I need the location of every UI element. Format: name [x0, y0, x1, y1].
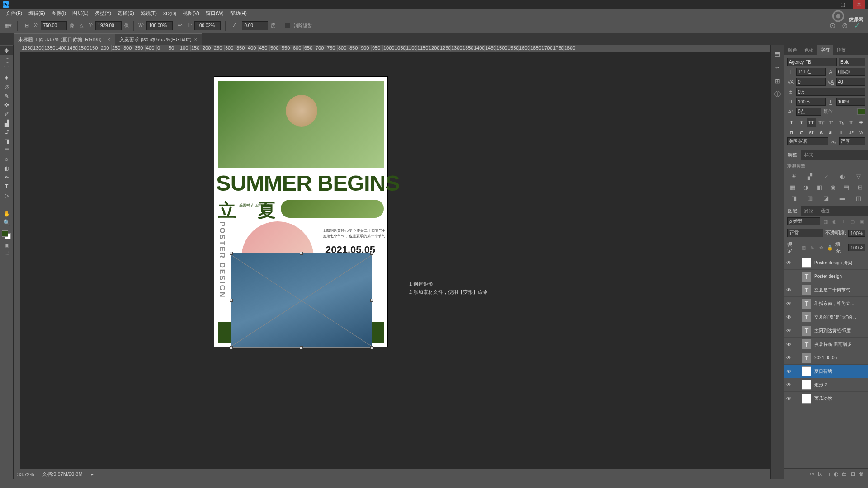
italic-button[interactable]: T — [797, 118, 806, 127]
visibility-toggle[interactable]: 👁 — [786, 355, 793, 361]
new-layer-icon[interactable]: ⊡ — [851, 471, 855, 477]
tab-layers[interactable]: 图层 — [784, 206, 801, 216]
move-tool[interactable]: ✥ — [0, 46, 13, 55]
type-tool[interactable]: T — [0, 182, 13, 191]
h-input[interactable] — [194, 21, 221, 30]
layer-thumbnail[interactable]: T — [802, 272, 811, 282]
shape-tool[interactable]: ▭ — [0, 200, 13, 209]
clone-panel-icon[interactable]: ⊞ — [774, 77, 782, 85]
transform-bounding-box[interactable] — [231, 253, 372, 348]
ligature-button[interactable]: fi — [788, 128, 796, 136]
close-tab-icon[interactable]: × — [194, 37, 197, 42]
gradient-tool[interactable]: ▤ — [0, 145, 13, 155]
tab-adjustments[interactable]: 调整 — [784, 150, 801, 160]
layer-filter-kind[interactable]: ρ 类型 — [787, 217, 820, 225]
font-size-input[interactable]: 141 点 — [796, 68, 826, 76]
layer-name[interactable]: 立夏的"夏"是"大"的... — [814, 314, 856, 320]
zoom-level[interactable]: 33.72% — [17, 472, 34, 477]
reference-point-icon[interactable]: ⊞ — [22, 21, 31, 30]
ruler-vertical[interactable] — [14, 52, 21, 479]
selectivecolor-icon[interactable]: ◫ — [854, 194, 863, 202]
menu-type[interactable]: 类型(Y) — [92, 10, 115, 17]
layer-name[interactable]: 2021.05.05 — [814, 355, 837, 360]
visibility-toggle[interactable]: 👁 — [786, 328, 793, 334]
handle-tl[interactable] — [230, 252, 233, 255]
tab-color[interactable]: 颜色 — [784, 45, 801, 55]
dodge-tool[interactable]: ◐ — [0, 164, 13, 173]
handle-br[interactable] — [370, 346, 373, 349]
vibrance-icon[interactable]: ▽ — [854, 172, 863, 180]
menu-image[interactable]: 图像(I) — [48, 10, 69, 17]
ruler-origin[interactable] — [14, 45, 21, 52]
slashed-zero-button[interactable]: ½ — [857, 128, 865, 136]
menu-layer[interactable]: 图层(L) — [69, 10, 91, 17]
layer-thumbnail[interactable]: T — [802, 299, 811, 309]
doc-tab-1[interactable]: 未标题-1 @ 33.7% (夏日荷塘, RGB/8) *× — [14, 33, 115, 45]
blur-tool[interactable]: ○ — [0, 155, 13, 164]
visibility-toggle[interactable]: 👁 — [786, 382, 793, 388]
layer-row[interactable]: 👁T斗指东南，维为立... — [784, 297, 868, 310]
screenmode-icon[interactable]: ⬚ — [0, 249, 13, 256]
filter-smart-icon[interactable]: ▣ — [858, 218, 865, 225]
layer-list[interactable]: 👁Poster design 拷贝TPoster design👁T立夏是二十四节… — [784, 256, 868, 468]
marquee-tool[interactable]: ⬚ — [0, 55, 13, 64]
minimize-button[interactable]: ─ — [820, 0, 833, 9]
warp-icon[interactable]: ⊙ — [830, 21, 835, 30]
channelmixer-icon[interactable]: ▤ — [842, 183, 850, 191]
layer-row[interactable]: 👁T2021.05.05 — [784, 351, 868, 365]
transform-tool-icon[interactable]: ▦▾ — [4, 21, 13, 30]
stamp-tool[interactable]: ▟ — [0, 118, 13, 127]
adjustment-layer-icon[interactable]: ◐ — [834, 471, 838, 477]
posterize-icon[interactable]: ▥ — [806, 194, 814, 202]
layer-name[interactable]: 夏日荷塘 — [814, 368, 832, 375]
titling-button[interactable]: A — [817, 128, 826, 136]
layer-thumbnail[interactable]: T — [802, 353, 811, 363]
link-layers-icon[interactable]: ⚯ — [810, 471, 814, 477]
font-style-select[interactable]: Bold — [839, 58, 865, 66]
info-panel-icon[interactable]: ⓘ — [774, 90, 782, 99]
threshold-icon[interactable]: ◪ — [822, 194, 830, 202]
tab-paths[interactable]: 路径 — [801, 206, 817, 216]
menu-help[interactable]: 帮助(H) — [227, 10, 250, 17]
font-family-select[interactable]: Agency FB — [787, 58, 837, 66]
visibility-toggle[interactable]: 👁 — [786, 395, 793, 402]
menu-window[interactable]: 窗口(W) — [203, 10, 227, 17]
close-tab-icon[interactable]: × — [108, 37, 110, 42]
strike-button[interactable]: T — [857, 118, 865, 127]
filter-pixel-icon[interactable]: ▧ — [822, 218, 829, 225]
layer-thumbnail[interactable]: T — [802, 285, 811, 295]
layer-fx-icon[interactable]: fx — [818, 471, 822, 477]
quickmask-icon[interactable]: ▣ — [0, 241, 13, 249]
layer-thumbnail[interactable] — [802, 258, 811, 268]
fractions-button[interactable]: T — [837, 128, 845, 136]
colorlookup-icon[interactable]: ⊞ — [856, 183, 864, 191]
allcaps-button[interactable]: TT — [807, 118, 816, 127]
tracking-input[interactable]: 40 — [836, 78, 866, 86]
link-wh-icon[interactable]: ⚯ — [175, 21, 184, 30]
handle-tr[interactable] — [370, 252, 373, 255]
stylistic-button[interactable]: st — [807, 128, 816, 136]
lasso-tool[interactable]: ⌒ — [0, 64, 13, 73]
history-panel-icon[interactable]: ⬒ — [774, 50, 782, 58]
layer-row[interactable]: 👁夏日荷塘 — [784, 365, 868, 378]
handle-ml[interactable] — [230, 299, 233, 302]
pen-tool[interactable]: ✒ — [0, 173, 13, 182]
layer-row[interactable]: 👁T立夏的"夏"是"大"的... — [784, 310, 868, 324]
menu-view[interactable]: 视图(V) — [179, 10, 203, 17]
vscale-input[interactable]: 100% — [796, 98, 826, 106]
superscript-button[interactable]: T¹ — [827, 118, 835, 127]
kerning-input[interactable]: 0 — [796, 78, 826, 86]
visibility-toggle[interactable]: 👁 — [786, 368, 793, 375]
layer-thumbnail[interactable]: T — [802, 326, 811, 336]
delete-layer-icon[interactable]: 🗑 — [859, 471, 864, 477]
tab-character[interactable]: 字符 — [817, 45, 833, 55]
group-icon[interactable]: 🗀 — [842, 471, 847, 477]
menu-filter[interactable]: 滤镜(T) — [137, 10, 160, 17]
layer-name[interactable]: 立夏是二十四节气... — [814, 287, 854, 293]
visibility-toggle[interactable]: 👁 — [786, 300, 793, 307]
handle-tc[interactable] — [300, 252, 303, 255]
discretionary-button[interactable]: 1ˢ — [847, 128, 855, 136]
color-swatches[interactable] — [0, 230, 13, 241]
w-input[interactable] — [146, 21, 173, 30]
brush-panel-icon[interactable]: ↔ — [774, 63, 782, 71]
